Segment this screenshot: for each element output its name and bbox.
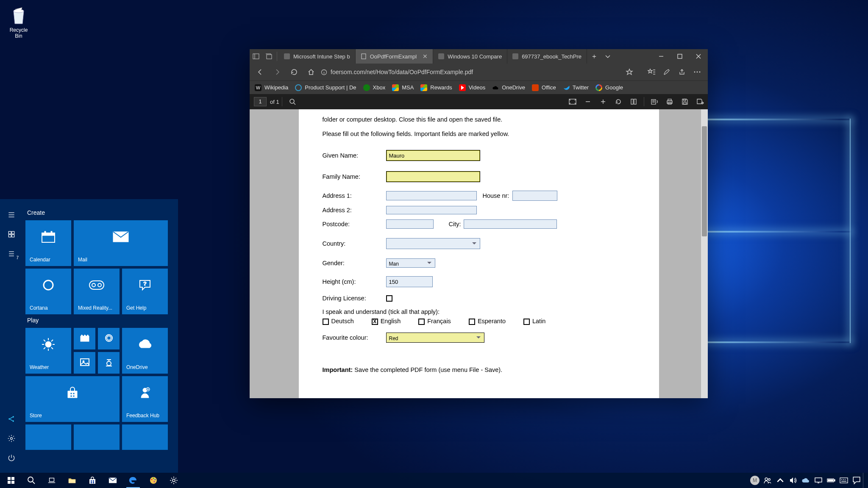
tab-win10-compare[interactable]: Windows 10 Compare xyxy=(433,49,507,64)
start-button[interactable] xyxy=(2,473,20,488)
taskbar-store[interactable] xyxy=(83,473,102,488)
pdf-read-aloud-button[interactable] xyxy=(647,94,662,109)
tile-calendar[interactable]: Calendar xyxy=(25,220,71,266)
tab-ebook[interactable]: 697737_ebook_TechPre xyxy=(507,49,587,64)
tray-input[interactable] xyxy=(837,473,850,488)
favorite-onedrive[interactable]: OneDrive xyxy=(492,84,525,91)
show-desktop-button[interactable] xyxy=(863,473,865,488)
tab-actions-button[interactable] xyxy=(601,49,614,64)
tab-oopdf[interactable]: OoPdfFormExampl✕ xyxy=(356,49,434,64)
pdf-fit-button[interactable] xyxy=(565,94,580,109)
start-settings-button[interactable] xyxy=(0,429,23,448)
refresh-button[interactable] xyxy=(287,64,301,80)
task-view-button[interactable] xyxy=(42,473,61,488)
input-city[interactable] xyxy=(464,219,557,229)
favorite-videos[interactable]: Videos xyxy=(459,84,486,91)
favorite-wikipedia[interactable]: WWikipedia xyxy=(255,84,288,91)
input-address1[interactable] xyxy=(386,191,477,200)
scrollbar-thumb[interactable] xyxy=(702,126,707,236)
taskbar-settings[interactable] xyxy=(164,473,183,488)
input-family-name[interactable] xyxy=(386,171,480,182)
tray-overflow[interactable] xyxy=(774,473,787,488)
tile-partial-2[interactable] xyxy=(74,424,120,450)
tray-action-center[interactable] xyxy=(850,473,863,488)
taskbar-edge[interactable] xyxy=(124,473,142,488)
tray-network[interactable] xyxy=(812,473,825,488)
favorite-google[interactable]: Google xyxy=(595,84,623,91)
notes-button[interactable] xyxy=(659,64,674,80)
start-share-button[interactable] xyxy=(0,409,23,429)
favorite-office[interactable]: Office xyxy=(532,84,556,91)
checkbox-english[interactable]: XEnglish xyxy=(372,318,401,325)
pdf-page-input[interactable] xyxy=(254,97,267,106)
start-list-button[interactable]: 7 xyxy=(0,244,23,263)
favorite-rewards[interactable]: Rewards xyxy=(420,84,452,91)
favorite-twitter[interactable]: Twitter xyxy=(563,84,589,91)
dropdown-country[interactable] xyxy=(386,238,480,249)
taskbar-mail[interactable] xyxy=(103,473,122,488)
pdf-scrollbar[interactable] xyxy=(701,109,708,398)
address-bar[interactable]: foersom.com/net/HowTo/data/OoPdfFormExam… xyxy=(321,69,620,75)
forward-button[interactable] xyxy=(270,64,284,80)
pdf-saveas-button[interactable] xyxy=(693,94,708,109)
start-tiles-button[interactable] xyxy=(0,225,23,244)
tile-get-help[interactable]: ?Get Help xyxy=(122,269,168,314)
tile-feedback-hub[interactable]: Feedback Hub xyxy=(122,376,168,422)
taskbar-paint[interactable] xyxy=(144,473,163,488)
favorites-list-button[interactable] xyxy=(644,64,659,80)
favorite-msa[interactable]: MSA xyxy=(392,84,414,91)
input-height[interactable] xyxy=(386,276,433,287)
start-section-create[interactable]: Create xyxy=(27,209,173,216)
tile-store[interactable]: Store xyxy=(25,376,120,422)
more-button[interactable] xyxy=(690,64,704,80)
pdf-print-button[interactable] xyxy=(662,94,677,109)
new-tab-button[interactable]: ＋ xyxy=(587,49,601,64)
pdf-find-button[interactable] xyxy=(285,94,300,109)
tile-movies[interactable] xyxy=(74,328,95,349)
tile-weather[interactable]: Weather xyxy=(25,328,71,374)
favorite-product-support[interactable]: Product Support | De xyxy=(295,84,356,91)
dropdown-gender[interactable]: Man xyxy=(386,258,435,268)
back-button[interactable] xyxy=(253,64,267,80)
input-postcode[interactable] xyxy=(386,219,434,229)
tile-alarms[interactable] xyxy=(98,328,120,349)
favorite-xbox[interactable]: Xbox xyxy=(363,84,386,91)
input-given-name[interactable] xyxy=(386,150,480,161)
pdf-rotate-button[interactable] xyxy=(611,94,626,109)
tab-intune[interactable]: Microsoft Intune Step b xyxy=(279,49,356,64)
pdf-zoom-in-button[interactable] xyxy=(595,94,611,109)
tile-camera[interactable] xyxy=(98,352,120,374)
home-button[interactable] xyxy=(304,64,318,80)
close-tab-icon[interactable]: ✕ xyxy=(423,53,428,60)
tile-photos[interactable] xyxy=(74,352,95,374)
pdf-zoom-out-button[interactable] xyxy=(580,94,595,109)
share-button[interactable] xyxy=(675,64,689,80)
maximize-button[interactable] xyxy=(670,49,689,64)
taskbar-file-explorer[interactable] xyxy=(63,473,81,488)
tile-partial-1[interactable] xyxy=(25,424,71,450)
checkbox-driving[interactable] xyxy=(386,295,392,302)
tile-partial-3[interactable] xyxy=(122,424,168,450)
tile-cortana[interactable]: Cortana xyxy=(25,269,71,314)
set-aside-tabs-button[interactable] xyxy=(250,49,262,64)
input-house-nr[interactable] xyxy=(512,191,557,201)
recycle-bin-desktop-icon[interactable]: Recycle Bin xyxy=(3,5,34,39)
dropdown-fav-colour[interactable]: Red xyxy=(386,333,484,343)
checkbox-esperanto[interactable]: Esperanto xyxy=(469,318,506,325)
start-power-button[interactable] xyxy=(0,448,23,468)
tile-onedrive[interactable]: OneDrive xyxy=(122,328,168,374)
tray-people[interactable] xyxy=(761,473,774,488)
checkbox-deutsch[interactable]: Deutsch xyxy=(323,318,354,325)
close-window-button[interactable] xyxy=(689,49,708,64)
tabs-list-button[interactable] xyxy=(262,49,275,64)
tray-battery[interactable] xyxy=(825,473,837,488)
checkbox-latin[interactable]: Latin xyxy=(523,318,545,325)
favorite-star-button[interactable] xyxy=(622,64,637,80)
minimize-button[interactable] xyxy=(652,49,670,64)
pdf-layout-button[interactable] xyxy=(626,94,641,109)
tile-mixed-reality[interactable]: Mixed Reality... xyxy=(74,269,120,314)
input-address2[interactable] xyxy=(386,206,477,214)
tray-onedrive[interactable] xyxy=(799,473,812,488)
search-button[interactable] xyxy=(22,473,41,488)
tile-mail[interactable]: Mail xyxy=(74,220,168,266)
